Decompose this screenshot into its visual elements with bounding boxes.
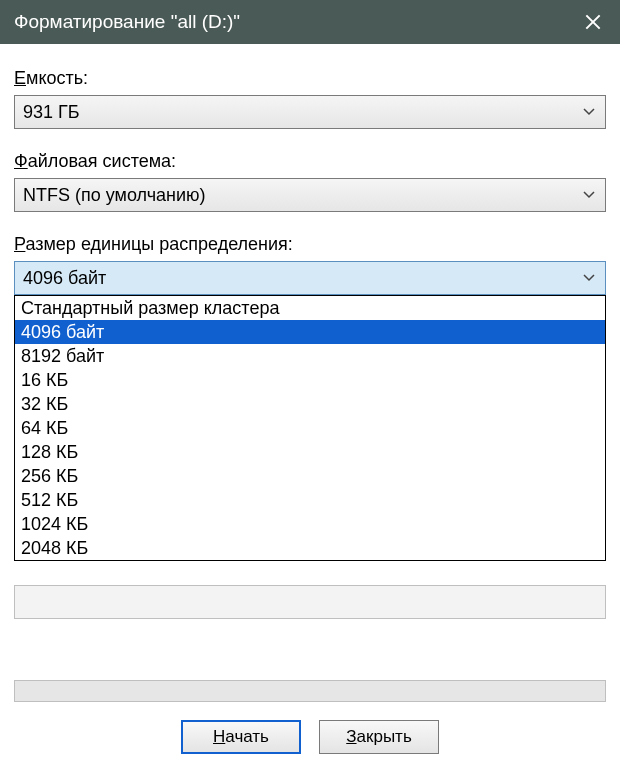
allocation-option[interactable]: 4096 байт bbox=[15, 320, 605, 344]
disabled-field bbox=[14, 585, 606, 619]
filesystem-label: Файловая система: bbox=[14, 151, 606, 172]
allocation-option[interactable]: 32 КБ bbox=[15, 392, 605, 416]
allocation-option[interactable]: 2048 КБ bbox=[15, 536, 605, 560]
allocation-label: Размер единицы распределения: bbox=[14, 234, 606, 255]
close-button[interactable]: Закрыть bbox=[319, 720, 439, 754]
allocation-option[interactable]: 128 КБ bbox=[15, 440, 605, 464]
chevron-down-icon bbox=[581, 270, 597, 286]
allocation-option[interactable]: 512 КБ bbox=[15, 488, 605, 512]
filesystem-combo[interactable]: NTFS (по умолчанию) bbox=[14, 178, 606, 212]
progress-bar bbox=[14, 680, 606, 702]
window-title: Форматирование "all (D:)" bbox=[14, 11, 566, 33]
start-button[interactable]: Начать bbox=[181, 720, 301, 754]
allocation-combo[interactable]: 4096 байт bbox=[14, 261, 606, 295]
allocation-dropdown-list[interactable]: Стандартный размер кластера4096 байт8192… bbox=[14, 295, 606, 561]
allocation-option[interactable]: Стандартный размер кластера bbox=[15, 296, 605, 320]
chevron-down-icon bbox=[581, 187, 597, 203]
capacity-label: Емкость: bbox=[14, 68, 606, 89]
allocation-option[interactable]: 1024 КБ bbox=[15, 512, 605, 536]
allocation-option[interactable]: 8192 байт bbox=[15, 344, 605, 368]
titlebar: Форматирование "all (D:)" bbox=[0, 0, 620, 44]
format-dialog: Форматирование "all (D:)" Емкость: 931 Г… bbox=[0, 0, 620, 772]
dialog-footer: Начать Закрыть bbox=[14, 720, 606, 772]
allocation-option[interactable]: 256 КБ bbox=[15, 464, 605, 488]
close-icon[interactable] bbox=[566, 0, 620, 44]
allocation-option[interactable]: 16 КБ bbox=[15, 368, 605, 392]
capacity-value: 931 ГБ bbox=[23, 102, 581, 123]
filesystem-value: NTFS (по умолчанию) bbox=[23, 185, 581, 206]
allocation-option[interactable]: 64 КБ bbox=[15, 416, 605, 440]
chevron-down-icon bbox=[581, 104, 597, 120]
allocation-value: 4096 байт bbox=[23, 268, 581, 289]
capacity-combo[interactable]: 931 ГБ bbox=[14, 95, 606, 129]
